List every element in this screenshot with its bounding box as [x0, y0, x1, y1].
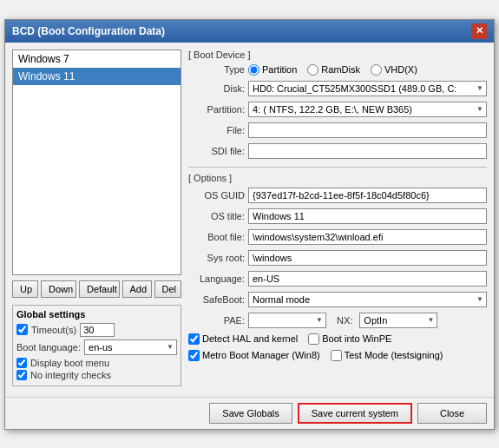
- nx-select-wrapper: OptIn OptOut AlwaysOff AlwaysOn: [359, 313, 437, 328]
- detect-hal-item: Detect HAL and kernel: [188, 333, 298, 345]
- language-input[interactable]: [248, 271, 487, 287]
- right-panel: [ Boot Device ] Type Partition RamDisk: [188, 49, 487, 386]
- type-ramdisk-label[interactable]: RamDisk: [307, 64, 360, 76]
- timeout-row: Timeout(s): [16, 323, 177, 337]
- file-input[interactable]: [248, 122, 487, 138]
- sys-root-row: Sys root:: [188, 250, 487, 266]
- no-integrity-label: No integrity checks: [30, 370, 111, 380]
- boot-file-input[interactable]: [248, 229, 487, 245]
- boot-language-select[interactable]: en-us: [84, 339, 177, 355]
- default-button[interactable]: Default: [79, 280, 120, 298]
- pae-select-wrapper: [248, 313, 326, 328]
- file-row: File:: [188, 122, 487, 138]
- os-guid-label: OS GUID: [188, 190, 245, 201]
- bottom-buttons: Save Globals Save current system Close: [5, 397, 494, 429]
- list-controls: Up Down Default Add Del: [12, 280, 181, 298]
- disk-label: Disk:: [188, 83, 245, 94]
- display-boot-menu-row: Display boot menu: [16, 358, 177, 368]
- boot-language-select-wrapper: en-us: [84, 339, 177, 355]
- disk-select-wrapper: HD0: Crucial_CT525MX300SSD1 (489.0 GB, C…: [248, 81, 487, 96]
- boot-file-label: Boot file:: [188, 232, 245, 242]
- type-vhd-label[interactable]: VHD(X): [371, 64, 417, 76]
- down-button[interactable]: Down: [41, 280, 76, 298]
- disk-select[interactable]: HD0: Crucial_CT525MX300SSD1 (489.0 GB, C…: [248, 81, 487, 96]
- title-bar: BCD (Boot Configuration Data) ✕: [5, 20, 494, 43]
- partition-label: Partition:: [188, 104, 245, 115]
- disk-row: Disk: HD0: Crucial_CT525MX300SSD1 (489.0…: [188, 81, 487, 96]
- type-vhd-radio[interactable]: [371, 64, 382, 76]
- detect-hal-label: Detect HAL and kernel: [202, 333, 298, 344]
- content-area: Windows 7 Windows 11 Up Down Default Add…: [5, 43, 494, 393]
- type-partition-label[interactable]: Partition: [248, 64, 297, 76]
- boot-device-title: [ Boot Device ]: [188, 49, 487, 60]
- type-row: Type Partition RamDisk VHD(X): [188, 64, 487, 76]
- save-globals-button[interactable]: Save Globals: [209, 403, 292, 424]
- pae-nx-row: PAE: NX: OptIn OptOut AlwaysOff AlwaysOn: [188, 313, 487, 328]
- partition-select[interactable]: 4: ( NTFS, 122.2 GB, E:\, NEW B365): [248, 102, 487, 117]
- safeboot-select-wrapper: Normal mode Minimal Network DsRepair: [248, 292, 487, 307]
- close-button[interactable]: Close: [417, 403, 487, 424]
- safeboot-label: SafeBoot:: [188, 294, 245, 305]
- sdi-label: SDI file:: [188, 146, 245, 156]
- window-title: BCD (Boot Configuration Data): [12, 25, 165, 37]
- timeout-label: Timeout(s): [31, 325, 76, 335]
- sys-root-label: Sys root:: [188, 253, 245, 263]
- checkboxes-row1: Detect HAL and kernel Boot into WinPE: [188, 333, 487, 345]
- no-integrity-row: No integrity checks: [16, 370, 177, 380]
- partition-select-wrapper: 4: ( NTFS, 122.2 GB, E:\, NEW B365): [248, 102, 487, 117]
- os-title-row: OS title:: [188, 208, 487, 224]
- boot-winpe-item: Boot into WinPE: [308, 333, 391, 345]
- global-settings-title: Global settings: [16, 309, 177, 320]
- os-title-input[interactable]: [248, 208, 487, 224]
- left-panel: Windows 7 Windows 11 Up Down Default Add…: [12, 49, 181, 386]
- os-guid-input[interactable]: [248, 188, 487, 203]
- type-ramdisk-radio[interactable]: [307, 64, 318, 76]
- type-partition-radio[interactable]: [248, 64, 259, 76]
- partition-row: Partition: 4: ( NTFS, 122.2 GB, E:\, NEW…: [188, 102, 487, 117]
- boot-winpe-checkbox[interactable]: [308, 333, 319, 345]
- sdi-row: SDI file:: [188, 143, 487, 159]
- nx-label: NX:: [337, 315, 352, 326]
- metro-boot-checkbox[interactable]: [188, 350, 200, 361]
- del-button[interactable]: Del: [154, 280, 182, 298]
- test-mode-item: Test Mode (testsigning): [331, 350, 443, 361]
- metro-boot-label: Metro Boot Manager (Win8): [202, 350, 320, 360]
- up-button[interactable]: Up: [12, 280, 38, 298]
- main-window: BCD (Boot Configuration Data) ✕ Windows …: [4, 19, 495, 430]
- boot-file-row: Boot file:: [188, 229, 487, 245]
- detect-hal-checkbox[interactable]: [188, 333, 200, 345]
- save-current-button[interactable]: Save current system: [298, 403, 412, 424]
- safeboot-select[interactable]: Normal mode Minimal Network DsRepair: [248, 292, 487, 307]
- list-item-windows7[interactable]: Windows 7: [13, 50, 181, 68]
- type-ramdisk-text: RamDisk: [321, 64, 360, 75]
- pae-select[interactable]: [248, 313, 326, 328]
- close-icon[interactable]: ✕: [471, 23, 487, 39]
- type-vhd-text: VHD(X): [384, 64, 417, 75]
- nx-select[interactable]: OptIn OptOut AlwaysOff AlwaysOn: [359, 313, 437, 328]
- timeout-input[interactable]: [80, 323, 115, 337]
- os-guid-row: OS GUID: [188, 188, 487, 203]
- add-button[interactable]: Add: [122, 280, 152, 298]
- type-radio-group: Partition RamDisk VHD(X): [248, 64, 417, 76]
- sdi-input[interactable]: [248, 143, 487, 159]
- timeout-checkbox[interactable]: [16, 324, 28, 335]
- boot-language-label: Boot language:: [16, 342, 81, 352]
- test-mode-label: Test Mode (testsigning): [345, 350, 443, 360]
- language-label: Language:: [188, 273, 245, 284]
- display-boot-menu-label: Display boot menu: [30, 358, 109, 368]
- language-row: Language:: [188, 271, 487, 287]
- metro-boot-item: Metro Boot Manager (Win8): [188, 350, 320, 361]
- sys-root-input[interactable]: [248, 250, 487, 266]
- file-label: File:: [188, 125, 245, 135]
- no-integrity-checkbox[interactable]: [16, 370, 27, 380]
- options-title: [ Options ]: [188, 173, 487, 183]
- checkboxes-row2: Metro Boot Manager (Win8) Test Mode (tes…: [188, 350, 487, 361]
- type-label: Type: [188, 64, 245, 75]
- list-item-windows11[interactable]: Windows 11: [13, 68, 181, 85]
- display-boot-menu-checkbox[interactable]: [16, 358, 27, 368]
- test-mode-checkbox[interactable]: [331, 350, 342, 361]
- pae-label: PAE:: [188, 315, 245, 326]
- type-partition-text: Partition: [262, 64, 297, 75]
- os-title-label: OS title:: [188, 211, 245, 221]
- os-list[interactable]: Windows 7 Windows 11: [12, 49, 181, 275]
